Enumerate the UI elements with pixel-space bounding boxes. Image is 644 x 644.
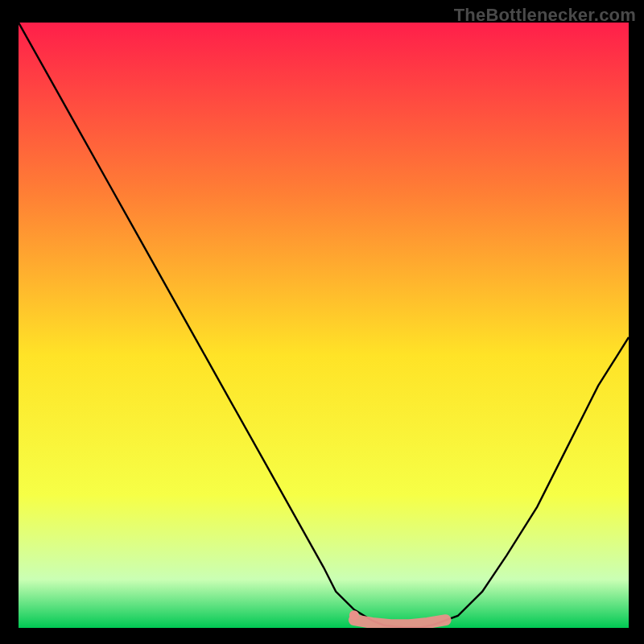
plot-area	[19, 23, 629, 628]
optimal-band-start-dot	[349, 610, 359, 620]
chart-svg	[19, 23, 629, 628]
gradient-background	[19, 23, 629, 628]
optimal-band-path	[354, 620, 446, 625]
chart-frame: TheBottlenecker.com	[0, 0, 644, 644]
